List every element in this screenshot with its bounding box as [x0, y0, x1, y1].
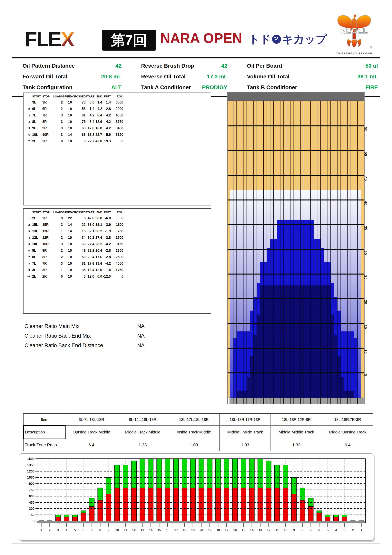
- stream-table-cell: 19.3: [102, 138, 111, 145]
- stream-table-cell: -12.0: [102, 273, 111, 280]
- stream-table-cell: 2: [25, 106, 31, 112]
- stream-table-cell: 22.7: [94, 131, 102, 138]
- column-header: STOP: [42, 210, 53, 215]
- forward-oil-bar: [98, 500, 103, 521]
- y-axis-label: 150: [29, 513, 35, 517]
- stream-table-cell: 12.6: [94, 119, 102, 125]
- stream-table-cell: 63: [72, 131, 86, 138]
- kegel-tagline: YOUR LANES | OUR PASSION: [335, 52, 373, 54]
- board-axis-label: 11: [275, 529, 279, 532]
- forward-table-header-row: STARTSTOPLOADSSPEEDCROSSEDSTARTENDFEETT.…: [25, 95, 123, 99]
- forward-oil-bar: [275, 488, 280, 521]
- stream-table-cell: 4: [25, 234, 31, 241]
- stream-table-cell: 1750: [111, 267, 123, 273]
- stream-table-cell: 13L: [31, 228, 42, 234]
- stream-table-cell: 22.7: [86, 138, 94, 145]
- tagline-divider: |: [353, 52, 354, 54]
- stream-table-cell: 6L: [31, 106, 42, 112]
- stream-table-cell: 8.4: [86, 119, 94, 125]
- board-axis-label: 20: [200, 529, 203, 532]
- stream-table-cell: 9R: [42, 125, 53, 131]
- board-axis-label: 3: [57, 529, 59, 532]
- cleaner-back-end-mix: Cleaner Ratio Back End MixNA: [24, 331, 145, 341]
- stream-table-cell: 1: [53, 267, 63, 273]
- forward-oil-bar: [291, 494, 297, 521]
- stream-table-cell: 3: [53, 125, 63, 131]
- track-ratio-cell: 6.4: [66, 439, 117, 451]
- lane-oil-pattern-chart: [227, 92, 364, 404]
- stream-table-cell: 2: [53, 248, 63, 254]
- board-axis-label: 1: [40, 529, 42, 532]
- stream-table-cell: 30.2: [94, 228, 102, 234]
- stream-table-row: 510L10R3106327.423.2-4.23150: [25, 241, 123, 248]
- lane-distance-label: 55: [363, 127, 368, 131]
- reverse-oil-bar: [123, 465, 128, 488]
- stream-table-cell: 20.4: [94, 248, 102, 254]
- track-description-cell: Middle Track:Middle: [117, 425, 168, 439]
- forward-oil-bar: [232, 488, 238, 521]
- kegel-phoenix-icon: KEGEL ®: [336, 11, 372, 51]
- column-header: END: [94, 210, 102, 215]
- lane-distance-label: 30: [363, 250, 368, 255]
- stream-table-cell: 13.4: [94, 260, 102, 267]
- stream-table-cell: 81: [72, 112, 86, 119]
- board-axis-label: 18: [216, 529, 220, 532]
- stream-table-cell: 14: [63, 228, 72, 234]
- stream-table-cell: 8R: [42, 119, 53, 125]
- track-description-cell: Middle:Outside Track: [322, 425, 373, 439]
- stream-table-cell: 0: [53, 273, 63, 280]
- stream-table-cell: 0: [111, 215, 123, 221]
- stream-table-cell: 10L: [31, 131, 42, 138]
- stream-table-cell: 34: [72, 234, 86, 241]
- stream-table-cell: 0: [111, 273, 123, 280]
- forward-oil-bar: [140, 488, 145, 521]
- forward-oil-bar: [266, 488, 271, 521]
- stream-table-cell: -4.2: [102, 260, 111, 267]
- stream-table-cell: 1: [53, 228, 63, 234]
- forward-oil-rect: [250, 356, 341, 377]
- stream-table-cell: 22: [72, 221, 86, 228]
- stream-table-cell: 7L: [31, 260, 42, 267]
- track-description-cell: Middle:Middle Track: [271, 425, 322, 439]
- forward-oil-bar: [157, 488, 162, 521]
- board-axis-label: 5: [74, 529, 76, 532]
- column-header: END: [94, 95, 102, 99]
- y-axis-label: 1050: [27, 476, 35, 479]
- stream-table-cell: 7: [25, 254, 31, 260]
- stream-table-cell: 22: [63, 215, 72, 221]
- board-axis-label: 14: [149, 529, 152, 532]
- stream-table-cell: 10: [63, 267, 72, 273]
- flex-logo: FLEX: [25, 29, 74, 49]
- track-ratio-cell: 1.33: [117, 439, 168, 451]
- reverse-oil-rect: [260, 262, 331, 283]
- reverse-oil-bar: [81, 511, 86, 513]
- reverse-oil-bar: [283, 465, 288, 488]
- stream-table-cell: 1700: [111, 234, 123, 241]
- stream-table-cell: 0.0: [94, 273, 102, 280]
- board-axis-label: 1: [360, 529, 362, 532]
- track-corner-cell: Item: [23, 414, 66, 425]
- stream-table-cell: 36.0: [94, 215, 102, 221]
- forward-oil-rect: [257, 315, 334, 336]
- description-label-cell[interactable]: Description: [23, 425, 66, 439]
- stream-table-cell: 8: [25, 260, 31, 267]
- y-axis-label: 1350: [27, 463, 35, 467]
- stream-table-cell: 3450: [111, 125, 123, 131]
- track-ratio-cell: 1.33: [271, 439, 322, 451]
- board-axis-label: 8: [301, 529, 303, 532]
- stream-table-cell: 4050: [111, 112, 123, 119]
- stream-table-cell: 4.2: [102, 119, 111, 125]
- forward-oil-bar: [165, 488, 170, 521]
- stream-table-cell: 14: [63, 221, 72, 228]
- forward-oil-bar: [224, 488, 229, 521]
- lane-wood: [230, 101, 361, 190]
- board-axis-label: 16: [233, 529, 237, 532]
- stream-table-cell: 18: [63, 138, 72, 145]
- track-description-cell: Outside Track:Middle: [66, 425, 117, 439]
- stream-table-cell: 7L: [31, 112, 42, 119]
- column-header: SPEED: [63, 210, 72, 215]
- distance-gridline: [227, 298, 364, 299]
- stream-table-cell: 12.0: [86, 273, 94, 280]
- reverse-oil-bar: [115, 465, 120, 488]
- track-ratio-cell: 1.03: [219, 439, 271, 451]
